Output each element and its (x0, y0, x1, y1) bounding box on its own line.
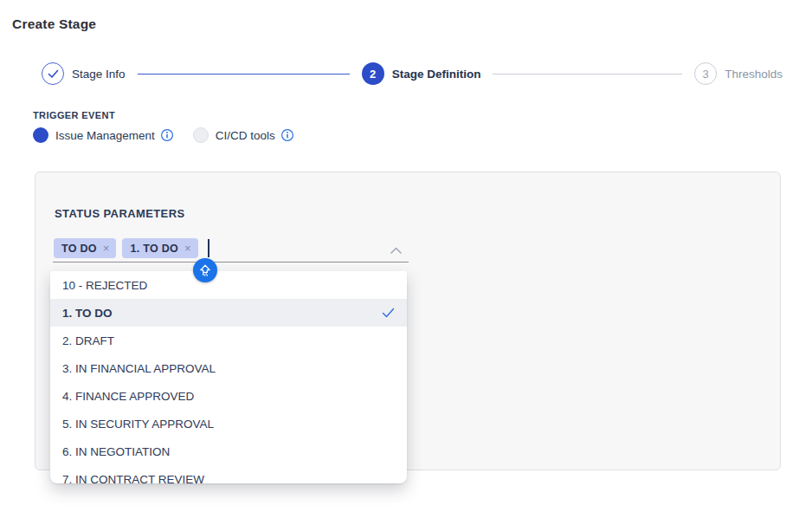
chevron-up-icon[interactable] (390, 243, 403, 251)
step-thresholds[interactable]: 3 Thresholds (694, 62, 783, 85)
selected-check-icon (382, 308, 395, 318)
dropdown-option[interactable]: 10 - REJECTED (50, 271, 407, 299)
dropdown-option-label: 5. IN SECURITY APPROVAL (62, 418, 214, 431)
step-2-badge: 2 (362, 62, 384, 85)
radio-cicd-tools-label: CI/CD tools (216, 129, 275, 142)
radio-issue-management[interactable] (33, 127, 48, 143)
stepper-connector-completed (138, 74, 350, 75)
remove-tag-icon[interactable]: × (103, 243, 110, 254)
step-completed-check-icon (42, 62, 64, 85)
selected-tag: TO DO × (54, 238, 116, 258)
dropdown-option-label: 10 - REJECTED (62, 279, 147, 292)
dropdown-option-label: 4. FINANCE APPROVED (62, 390, 194, 403)
dropdown-option[interactable]: 2. DRAFT (50, 327, 407, 354)
step-3-badge: 3 (694, 62, 717, 85)
create-stage-page: Create Stage Stage Info 2 Stage Definiti… (0, 0, 812, 512)
dropdown-option-label: 6. IN NEGOTIATION (62, 445, 170, 458)
radio-issue-management-label: Issue Management (55, 129, 155, 142)
step-stage-definition[interactable]: 2 Stage Definition (362, 62, 481, 85)
dropdown-option[interactable]: 4. FINANCE APPROVED (50, 382, 407, 410)
trigger-event-heading: TRIGGER EVENT (33, 110, 115, 120)
wizard-stepper: Stage Info 2 Stage Definition 3 Threshol… (42, 62, 783, 85)
status-parameters-heading: STATUS PARAMETERS (55, 207, 185, 220)
selected-tag: 1. TO DO × (122, 238, 197, 258)
dropdown-option[interactable]: 5. IN SECURITY APPROVAL (50, 410, 407, 437)
trigger-event-options: Issue Management CI/CD tools (33, 126, 294, 144)
status-options-dropdown: 10 - REJECTED 1. TO DO 2. DRAFT 3. IN FI… (50, 271, 407, 483)
dropdown-option-label: 2. DRAFT (62, 334, 114, 347)
shift-key-badge-icon (193, 258, 217, 282)
step-stage-info-label: Stage Info (72, 68, 126, 81)
status-parameters-multiselect[interactable]: TO DO × 1. TO DO × (53, 233, 409, 262)
step-stage-definition-label: Stage Definition (392, 68, 481, 81)
step-thresholds-label: Thresholds (725, 68, 783, 81)
info-icon[interactable] (160, 128, 174, 142)
remove-tag-icon[interactable]: × (184, 243, 191, 254)
dropdown-option-label: 3. IN FINANCIAL APPROVAL (62, 362, 216, 375)
dropdown-option[interactable]: 3. IN FINANCIAL APPROVAL (50, 354, 407, 382)
text-caret (208, 239, 209, 257)
dropdown-option-label: 1. TO DO (62, 307, 113, 320)
radio-cicd-tools[interactable] (193, 127, 209, 143)
selected-tag-label: 1. TO DO (130, 243, 178, 255)
selected-tags-row: TO DO × 1. TO DO × (54, 238, 209, 258)
dropdown-option[interactable]: 7. IN CONTRACT REVIEW (50, 465, 407, 483)
info-icon[interactable] (280, 128, 294, 142)
selected-tag-label: TO DO (61, 243, 97, 255)
dropdown-option-selected[interactable]: 1. TO DO (50, 299, 407, 327)
dropdown-option[interactable]: 6. IN NEGOTIATION (50, 437, 407, 465)
dropdown-option-label: 7. IN CONTRACT REVIEW (62, 473, 204, 484)
page-title: Create Stage (12, 16, 96, 32)
step-stage-info[interactable]: Stage Info (42, 62, 126, 85)
stepper-connector-upcoming (493, 74, 682, 75)
